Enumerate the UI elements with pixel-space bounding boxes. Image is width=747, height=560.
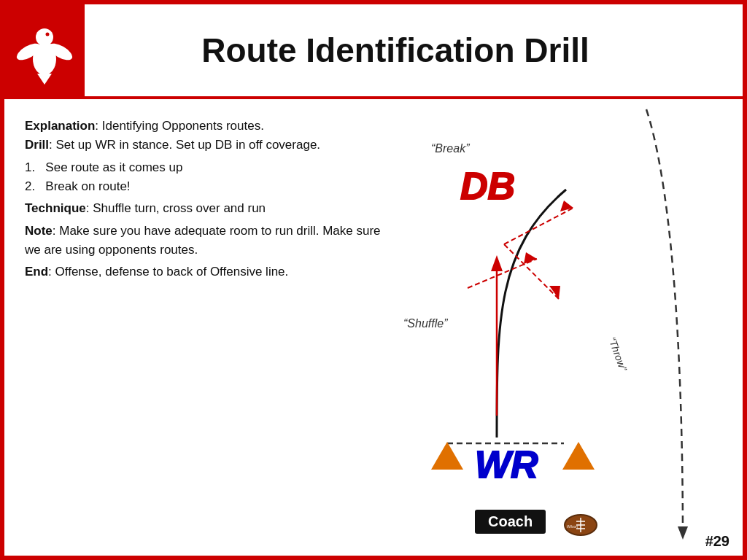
football-icon: Wilson	[563, 512, 598, 538]
diagram-area: “Break” DB “Shuffle” “Throw” WR Coach Wi…	[362, 102, 743, 556]
svg-line-10	[504, 208, 573, 244]
svg-point-6	[46, 33, 50, 36]
svg-marker-11	[560, 201, 573, 211]
logo-box	[4, 4, 85, 99]
svg-marker-5	[37, 74, 52, 85]
triangle-right	[562, 442, 595, 470]
page-number: #29	[705, 533, 729, 550]
svg-text:Wilson: Wilson	[567, 524, 578, 529]
triangle-left	[431, 442, 463, 470]
svg-line-14	[504, 244, 559, 299]
coach-label: Coach	[475, 510, 546, 534]
header-banner: Route Identification Drill	[4, 4, 743, 99]
content-area: Explanation: Identifying Opponents route…	[4, 102, 743, 556]
page-title: Route Identification Drill	[201, 31, 589, 70]
svg-marker-9	[491, 255, 503, 271]
wr-label: WR	[475, 443, 538, 486]
explanation-text: Explanation: Identifying Opponents route…	[25, 117, 382, 282]
db-label: DB	[460, 164, 515, 208]
break-label: “Break”	[431, 142, 469, 155]
svg-line-12	[468, 259, 537, 288]
svg-marker-7	[678, 526, 688, 540]
svg-marker-15	[549, 286, 560, 299]
shuffle-label: “Shuffle”	[403, 317, 447, 330]
eagle-icon	[15, 15, 74, 88]
